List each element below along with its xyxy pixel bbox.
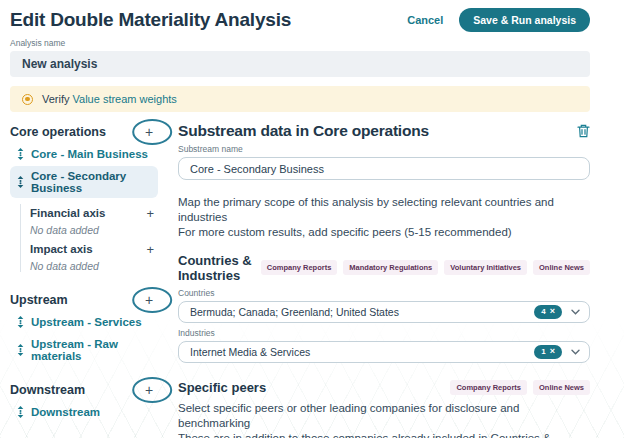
chevron-down-icon[interactable] [571,309,580,315]
industries-select[interactable]: Internet Media & Services 1 × [178,341,590,363]
sidebar-heading-downstream: Downstream [10,383,85,397]
sidebar-item-upstream-raw-materials[interactable]: Upstream - Raw materials [10,334,158,366]
chevron-down-icon[interactable] [571,349,580,355]
badge-company-reports: Company Reports [261,260,338,275]
countries-count-pill: 4 × [534,305,562,319]
save-run-button[interactable]: Save & Run analysis [459,8,590,32]
analysis-name-label: Analysis name [10,38,590,48]
sidebar-heading-core-operations: Core operations [10,125,106,139]
impact-axis-label: Impact axis [30,243,93,255]
substream-name-label: Substream name [178,144,590,154]
impact-axis-empty-text: No data added [30,260,158,272]
sidebar-item-core-main-business[interactable]: Core - Main Business [10,144,158,164]
warning-icon [22,94,33,105]
clear-countries-icon[interactable]: × [550,307,555,316]
financial-axis-empty-text: No data added [30,224,158,236]
substream-detail-panel: Substream data in Core operations Substr… [178,122,590,438]
source-badges: Company Reports Online News [450,380,590,395]
sidebar-item-downstream[interactable]: Downstream [10,402,158,422]
substream-section-heading: Substream data in Core operations [178,122,429,140]
badge-company-reports: Company Reports [450,380,527,395]
sidebar-item-label: Upstream - Raw materials [31,338,151,362]
sidebar-item-label: Downstream [31,406,100,418]
countries-industries-heading: Countries & Industries [178,253,261,283]
countries-count: 4 [541,307,545,316]
sidebar-heading-upstream: Upstream [10,293,68,307]
warning-text: VerifyValue stream weights [42,93,177,105]
countries-select[interactable]: Bermuda; Canada; Greenland; United State… [178,301,590,323]
sidebar-item-label: Core - Main Business [31,148,148,160]
drag-handle-icon[interactable] [17,344,24,356]
drag-handle-icon[interactable] [17,316,24,328]
clear-industries-icon[interactable]: × [550,347,555,356]
cancel-button[interactable]: Cancel [407,14,443,26]
countries-label: Countries [178,288,590,298]
delete-substream-button[interactable] [577,124,590,142]
industries-label: Industries [178,328,590,338]
add-upstream-substream-button[interactable]: + [145,293,153,307]
sidebar-item-label: Upstream - Services [31,316,142,328]
scope-intro-text: Map the primary scope of this analysis b… [178,195,590,240]
specific-peers-heading: Specific peers [178,380,266,395]
selected-substream-axes: Financial axis + No data added Impact ax… [20,204,158,272]
sidebar-item-core-secondary-business[interactable]: Core - Secondary Business [10,166,158,198]
edit-analysis-page: Edit Double Materiality Analysis Cancel … [0,0,624,438]
specific-peers-description: Select specific peers or other leading c… [178,401,590,438]
badge-online-news: Online News [533,380,590,395]
page-title: Edit Double Materiality Analysis [10,9,291,31]
page-header: Edit Double Materiality Analysis Cancel … [10,8,590,32]
substream-sidebar: Core operations + Core - Main Business C… [10,122,158,438]
badge-online-news: Online News [533,260,590,275]
add-financial-axis-button[interactable]: + [146,206,154,221]
drag-handle-icon[interactable] [17,148,24,160]
countries-select-value: Bermuda; Canada; Greenland; United State… [190,306,534,318]
warning-banner: VerifyValue stream weights [10,86,590,112]
badge-mandatory-regulations: Mandatory Regulations [343,260,438,275]
sidebar-item-label: Core - Secondary Business [31,170,151,194]
source-badges: Company Reports Mandatory Regulations Vo… [261,260,590,275]
financial-axis-label: Financial axis [30,207,105,219]
industries-count-pill: 1 × [534,345,562,359]
analysis-name-input[interactable]: New analysis [10,51,590,77]
industries-count: 1 [541,347,545,356]
add-impact-axis-button[interactable]: + [146,242,154,257]
drag-handle-icon[interactable] [17,406,24,418]
add-core-substream-button[interactable]: + [145,125,153,139]
industries-select-value: Internet Media & Services [190,346,534,358]
warning-value-stream-link[interactable]: Value stream weights [73,93,177,105]
drag-handle-icon[interactable] [17,176,24,188]
add-downstream-substream-button[interactable]: + [145,383,153,397]
substream-name-input[interactable]: Core - Secondary Business [178,157,590,180]
sidebar-item-upstream-services[interactable]: Upstream - Services [10,312,158,332]
badge-voluntary-initiatives: Voluntary Initiatives [444,260,527,275]
